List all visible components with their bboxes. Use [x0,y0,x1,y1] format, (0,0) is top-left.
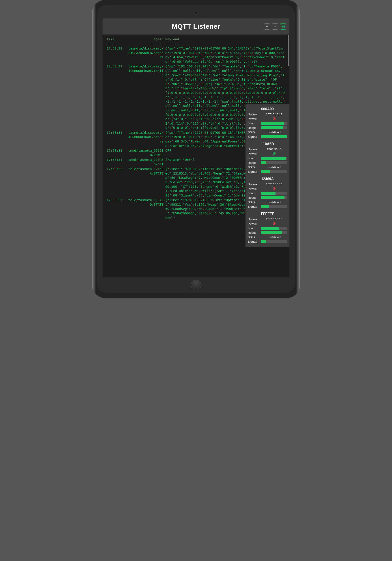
app-screen: MQTT Listener + - [103,18,289,277]
header-actions: + - [264,23,286,30]
device-status-panel: 000A00Uptime:25T16:15:13Power:Load:Heap:… [245,104,289,247]
log-time: 17:58:32 [107,198,127,220]
log-topic: cmnd/tasmota_056DEB/POWER [127,149,165,157]
app-header: MQTT Listener + - [103,18,289,34]
device-ssid: SSID:undefined [248,200,287,204]
log-row: 17:58:31tasmota/discovery/F4CFA2056DEB/s… [107,46,285,64]
device-id: 110A6D [248,142,287,146]
log-topic: cmnd/tasmota_110A6D/SET [127,158,165,166]
tablet-bezel: MQTT Listener + - [97,5,295,293]
power-indicator-icon [261,117,287,120]
device-id: 12469A [248,177,287,181]
device-signal: Signal: [248,134,287,139]
camera-dot [194,12,198,15]
device-block: 12469AUptime:25T16:15:13Power:Load:Heap:… [248,177,287,209]
log-topic: tele/tasmota_12469A/STATE [127,167,165,198]
zoom-in-button[interactable]: + [264,23,270,30]
device-uptime: Uptime:25T16:15:13 [248,217,287,221]
col-header-payload: Payload [165,37,285,42]
log-time: 17:58:31 [107,158,127,166]
device-heap: Heap: [248,125,287,130]
device-uptime: Uptime:1T03:35:11 [248,147,287,151]
device-load: Load: [248,156,287,161]
device-signal: Signal: [248,204,287,209]
col-header-topic: Topic [127,37,165,42]
device-load: Load: [248,121,287,125]
device-heap: Heap: [248,161,287,165]
device-load: Load: [248,226,287,230]
log-topic: tasmota/discovery/F4CFA2056DEB/sensors [127,46,165,64]
tablet-frame: MQTT Listener + - [92,0,300,298]
device-uptime: Uptime:25T16:15:13 [248,112,287,117]
col-header-time: Time [107,37,127,42]
log-time: 17:58:31 [107,149,127,157]
device-power: Power: [248,221,287,226]
device-power: Power: [248,117,287,121]
log-payload: {"sn":{"Time":"1970-01-01T00:00:24","ENE… [165,46,285,64]
device-signal: Signal: [248,239,287,244]
device-heap: Heap: [248,230,287,235]
scroll-top-button[interactable] [280,23,286,30]
log-time: 17:58:32 [107,167,127,198]
log-topic: tasmota/discovery/4CEBD60FDA0E/config [127,64,165,130]
device-ssid: SSID:undefined [248,235,287,239]
log-time: 17:58:31 [107,131,127,148]
device-ssid: SSID:undefined [248,130,287,134]
power-indicator-icon [261,187,287,190]
power-indicator-icon [261,152,287,155]
device-block: 110A6DUptime:1T03:35:11Power:Load:Heap:S… [248,142,287,174]
power-indicator-icon [261,222,287,225]
zoom-out-button[interactable]: - [272,23,278,30]
log-time: 17:58:31 [107,46,127,64]
device-uptime: Uptime:25T16:15:13 [248,182,287,186]
device-ssid: SSID:undefined [248,165,287,169]
device-id: FFFFFF [248,212,287,216]
log-topic: tasmota/discovery/4CEBD60FDA0E/sensors [127,131,165,148]
device-power: Power: [248,151,287,156]
device-load: Load: [248,191,287,195]
home-button[interactable] [191,280,201,290]
log-time: 17:58:31 [107,64,127,130]
device-id: 000A00 [248,107,287,111]
device-power: Power: [248,186,287,191]
device-heap: Heap: [248,195,287,200]
content-area: Time Topic Payload ------ ------- ------… [103,34,289,277]
scrollbar-thumb[interactable] [288,35,289,66]
device-block: 000A00Uptime:25T16:15:13Power:Load:Heap:… [248,107,287,139]
device-signal: Signal: [248,169,287,174]
log-header-dashes: ------ ------- --------- [107,42,285,46]
log-header-row: Time Topic Payload [107,37,285,42]
device-block: FFFFFFUptime:25T16:15:13Power:Load:Heap:… [248,212,287,244]
page-title: MQTT Listener [172,23,220,30]
log-topic: tele/tasmota_110A6D/STATE [127,198,165,220]
